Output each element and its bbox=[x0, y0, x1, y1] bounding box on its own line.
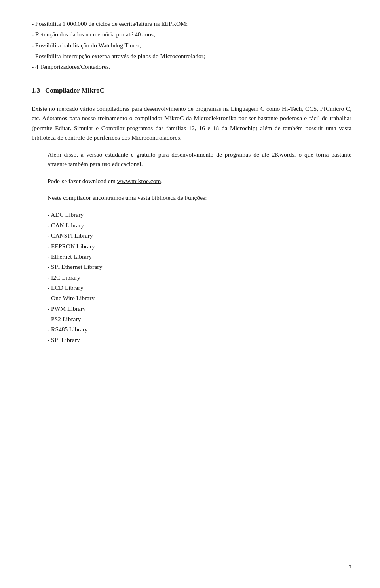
library-text-4: - Ethernet Library bbox=[48, 253, 92, 260]
library-item-8: - One Wire Library bbox=[48, 293, 352, 303]
paragraph-1-text: Existe no mercado vários compiladores pa… bbox=[32, 105, 352, 141]
bullet-item-2: - Retenção dos dados na memória por até … bbox=[32, 30, 352, 39]
paragraph-2: Além disso, a versão estudante é gratuit… bbox=[48, 150, 352, 169]
bullet-text-5: - 4 Temporizadores/Contadores. bbox=[32, 62, 110, 71]
bullet-text-3: - Possibilita habilitação do Watchdog Ti… bbox=[32, 41, 141, 50]
section-title: Compilador MikroC bbox=[45, 87, 104, 94]
library-text-0: - ADC Library bbox=[48, 211, 84, 218]
bullet-item-4: - Possibilita interrupção externa atravé… bbox=[32, 51, 352, 61]
library-text-6: - I2C Library bbox=[48, 274, 80, 281]
section-heading: 1.3 Compilador MikroC bbox=[32, 85, 352, 96]
library-item-3: - EEPRON Library bbox=[48, 241, 352, 251]
library-item-0: - ADC Library bbox=[48, 210, 352, 220]
paragraph-3-link[interactable]: www.mikroe.com bbox=[117, 178, 161, 184]
library-text-10: - PS2 Library bbox=[48, 316, 81, 322]
page-number-text: 3 bbox=[349, 564, 352, 571]
paragraph-4-text: Neste compilador encontramos uma vasta b… bbox=[48, 194, 207, 201]
library-item-9: - PWM Library bbox=[48, 304, 352, 314]
section-number: 1.3 bbox=[32, 87, 40, 94]
paragraph-1: Existe no mercado vários compiladores pa… bbox=[32, 104, 352, 143]
library-item-2: - CANSPI Library bbox=[48, 231, 352, 241]
library-text-11: - RS485 Library bbox=[48, 326, 88, 333]
paragraph-3-suffix: . bbox=[161, 178, 163, 184]
bullet-list: - Possibilita 1.000.000 de ciclos de esc… bbox=[32, 19, 352, 71]
paragraph-2-text: Além disso, a versão estudante é gratuit… bbox=[48, 151, 352, 167]
bullet-item-1: - Possibilita 1.000.000 de ciclos de esc… bbox=[32, 19, 352, 28]
library-text-12: - SPI Library bbox=[48, 337, 80, 343]
library-item-7: - LCD Library bbox=[48, 283, 352, 293]
library-item-5: - SPI Ethernet Library bbox=[48, 262, 352, 272]
library-item-1: - CAN Library bbox=[48, 220, 352, 231]
bullet-item-3: - Possibilita habilitação do Watchdog Ti… bbox=[32, 41, 352, 50]
library-item-4: - Ethernet Library bbox=[48, 251, 352, 262]
library-text-2: - CANSPI Library bbox=[48, 232, 93, 239]
bullet-item-5: - 4 Temporizadores/Contadores. bbox=[32, 62, 352, 71]
bullet-text-2: - Retenção dos dados na memória por até … bbox=[32, 30, 155, 39]
paragraph-3-prefix: Pode-se fazer download em bbox=[48, 178, 117, 184]
bullet-text-4: - Possibilita interrupção externa atravé… bbox=[32, 51, 205, 61]
page-number: 3 bbox=[349, 563, 352, 572]
library-text-7: - LCD Library bbox=[48, 284, 83, 291]
library-item-6: - I2C Library bbox=[48, 272, 352, 283]
library-text-5: - SPI Ethernet Library bbox=[48, 263, 102, 270]
paragraph-4: Neste compilador encontramos uma vasta b… bbox=[48, 193, 352, 202]
library-item-11: - RS485 Library bbox=[48, 324, 352, 335]
library-item-12: - SPI Library bbox=[48, 335, 352, 345]
library-text-1: - CAN Library bbox=[48, 222, 84, 229]
paragraph-3: Pode-se fazer download em www.mikroe.com… bbox=[48, 176, 352, 186]
library-list: - ADC Library - CAN Library - CANSPI Lib… bbox=[48, 210, 352, 345]
library-text-8: - One Wire Library bbox=[48, 295, 95, 301]
library-text-3: - EEPRON Library bbox=[48, 243, 95, 250]
library-item-10: - PS2 Library bbox=[48, 314, 352, 324]
bullet-text-1: - Possibilita 1.000.000 de ciclos de esc… bbox=[32, 19, 188, 28]
library-text-9: - PWM Library bbox=[48, 305, 86, 312]
